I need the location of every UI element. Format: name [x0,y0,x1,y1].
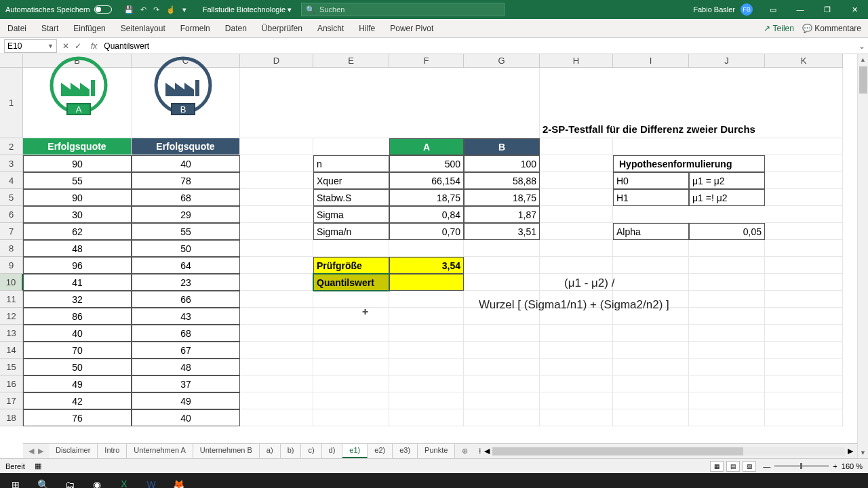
sheet-tab-d[interactable]: d) [322,444,343,458]
ribbon-tab-power pivot[interactable]: Power Pivot [382,20,441,37]
macro-record-icon[interactable]: ▦ [25,462,41,470]
data-B-5[interactable]: 90 [23,189,132,206]
share-button[interactable]: ↗ Teilen [764,24,793,33]
stat-label-4[interactable]: Sigma/n [313,223,389,240]
sheet-tab-e3[interactable]: e3) [393,444,418,458]
stat-B-4[interactable]: 3,51 [464,223,540,240]
data-B-3[interactable]: 90 [23,155,132,172]
row-header-7[interactable]: 7 [0,223,23,240]
data-C-7[interactable]: 55 [132,223,240,240]
row-header-3[interactable]: 3 [0,155,23,172]
touch-icon[interactable]: ☝ [166,5,176,14]
view-break-icon[interactable]: ▧ [743,461,756,472]
zoom-in-icon[interactable]: + [833,462,837,470]
select-all-corner[interactable] [0,54,23,68]
stat-B-0[interactable]: 100 [464,155,540,172]
test-title[interactable]: 2-SP-Testfall für die Differenz zweier D… [540,68,843,138]
ribbon-tab-hilfe[interactable]: Hilfe [351,20,382,37]
col-header-G[interactable]: G [464,54,540,68]
row-header-4[interactable]: 4 [0,172,23,189]
sheet-tab-UnternehmenA[interactable]: Unternehmen A [127,444,193,458]
col-header-J[interactable]: J [689,54,765,68]
data-C-5[interactable]: 68 [132,189,240,206]
alpha-label[interactable]: Alpha [613,223,689,240]
h0-value[interactable]: μ1 = μ2 [689,172,765,189]
spreadsheet-grid[interactable]: BCDEFGHIJK 123456789101112131415161718 2… [0,54,868,458]
app-word-icon[interactable]: W [138,473,164,488]
row-header-12[interactable]: 12 [0,308,23,325]
stat-A-2[interactable]: 18,75 [389,189,464,206]
col-header-E[interactable]: E [313,54,389,68]
data-B-7[interactable]: 62 [23,223,132,240]
enter-icon[interactable]: ✓ [75,41,81,51]
stat-label-3[interactable]: Sigma [313,206,389,223]
h1-label[interactable]: H1 [613,189,689,206]
stat-A-4[interactable]: 0,70 [389,223,464,240]
horizontal-scrollbar[interactable]: ⁞◀ ▶ [475,447,857,455]
app-1-icon[interactable]: 🗂 [57,473,83,488]
col-header-K[interactable]: K [765,54,843,68]
ribbon-tab-start[interactable]: Start [34,20,66,37]
header-C[interactable]: Erfolgsquote [132,138,240,155]
expand-formula-icon[interactable]: ⌄ [856,41,868,51]
more-icon[interactable]: ▾ [182,5,186,14]
header-B[interactable]: Erfolgsquote [23,138,132,155]
row-header-9[interactable]: 9 [0,257,23,274]
stat-A-0[interactable]: 500 [389,155,464,172]
data-C-4[interactable]: 78 [132,172,240,189]
sheet-tab-UnternehmenB[interactable]: Unternehmen B [193,444,260,458]
zoom-level[interactable]: 160 % [842,462,863,470]
stat-head-A[interactable]: A [389,138,464,155]
view-layout-icon[interactable]: ▤ [726,461,740,472]
sheet-tab-Intro[interactable]: Intro [98,444,127,458]
stat-A-1[interactable]: 66,154 [389,172,464,189]
zoom-slider[interactable] [774,465,829,467]
document-title[interactable]: Fallstudie Biotechnologie ▾ [193,5,301,14]
cancel-icon[interactable]: ✕ [62,41,69,51]
sheet-tab-a[interactable]: a) [260,444,281,458]
data-B-4[interactable]: 55 [23,172,132,189]
row-header-8[interactable]: 8 [0,240,23,257]
minimize-icon[interactable]: — [787,0,814,19]
row-header-13[interactable]: 13 [0,325,23,342]
sheet-tab-Punkte[interactable]: Punkte [418,444,455,458]
row-header-18[interactable]: 18 [0,409,23,426]
pruef-label[interactable]: Prüfgröße [313,257,389,274]
stat-B-2[interactable]: 18,75 [464,189,540,206]
col-header-H[interactable]: H [540,54,613,68]
col-header-F[interactable]: F [389,54,464,68]
scroll-down-icon[interactable]: ▼ [858,447,868,458]
formula-input[interactable]: Quantilswert [101,41,856,51]
ribbon-tab-ansicht[interactable]: Ansicht [310,20,351,37]
add-sheet-icon[interactable]: ⊕ [455,447,475,455]
hyp-header[interactable]: Hypothesenformulierung [613,155,765,172]
scroll-thumb[interactable] [859,66,867,94]
row-header-2[interactable]: 2 [0,138,23,155]
stat-head-B[interactable]: B [464,138,540,155]
ribbon-display-icon[interactable]: ▭ [760,0,787,19]
comments-button[interactable]: 💬 Kommentare [802,24,861,33]
ribbon-tab-überprüfen[interactable]: Überprüfen [254,20,310,37]
stat-label-1[interactable]: Xquer [313,172,389,189]
sheet-tab-Disclaimer[interactable]: Disclaimer [49,444,98,458]
quant-value[interactable] [389,274,464,291]
row-header-17[interactable]: 17 [0,392,23,409]
close-icon[interactable]: ✕ [841,0,868,19]
redo-icon[interactable]: ↷ [153,5,159,14]
sheet-next-icon[interactable]: ▶ [38,447,43,455]
autosave-toggle[interactable]: Automatisches Speichern [0,5,117,14]
app-firefox-icon[interactable]: 🦊 [165,473,191,488]
scroll-up-icon[interactable]: ▲ [858,54,868,65]
sheet-tab-e1[interactable]: e1) [342,444,368,458]
h1-value[interactable]: μ1 =! μ2 [689,189,765,206]
sheet-tab-c[interactable]: c) [301,444,321,458]
stat-B-3[interactable]: 1,87 [464,206,540,223]
row-header-14[interactable]: 14 [0,342,23,359]
quant-label[interactable]: Quantilswert [313,274,389,291]
ribbon-tab-einfügen[interactable]: Einfügen [66,20,113,37]
stat-B-1[interactable]: 58,88 [464,172,540,189]
ribbon-tab-datei[interactable]: Datei [0,20,34,37]
search-box[interactable]: 🔍 Suchen [301,3,505,16]
ribbon-tab-formeln[interactable]: Formeln [173,20,218,37]
stat-label-2[interactable]: Stabw.S [313,189,389,206]
